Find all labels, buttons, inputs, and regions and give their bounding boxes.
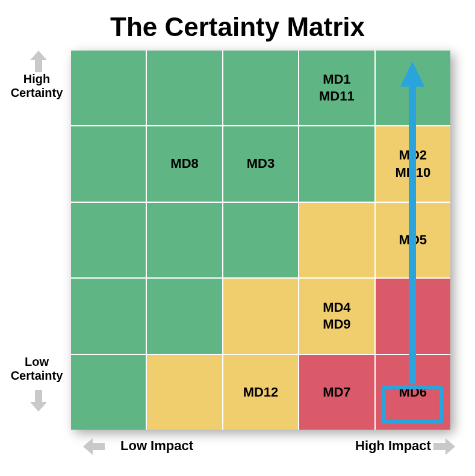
cell-label: MD4 — [323, 299, 350, 317]
matrix-cell — [147, 279, 222, 353]
matrix-cell: MD2MD10 — [376, 126, 450, 201]
certainty-matrix-diagram: The Certainty Matrix High Certainty Low … — [0, 0, 475, 476]
matrix-cell — [223, 51, 298, 125]
arrow-down-icon — [30, 390, 47, 412]
cell-label: MD1 — [323, 71, 350, 88]
matrix-cell — [299, 203, 374, 277]
matrix-cell: MD8 — [147, 126, 222, 201]
matrix-cell — [223, 203, 298, 277]
matrix-cell — [147, 355, 222, 430]
cell-label: MD9 — [323, 316, 350, 333]
x-axis-low-label: Low Impact — [120, 438, 193, 454]
svg-marker-0 — [30, 51, 47, 72]
matrix-cell — [147, 51, 222, 125]
page-title: The Certainty Matrix — [0, 0, 475, 48]
y-axis-high-label: High Certainty — [10, 72, 64, 100]
matrix-cell — [299, 126, 374, 201]
matrix-cell: MD12 — [223, 355, 298, 430]
cell-label: MD10 — [395, 164, 430, 182]
arrow-right-icon — [433, 438, 455, 455]
matrix-wrapper: MD1MD11MD8MD3MD2MD10MD5MD4MD9MD12MD7MD6 — [71, 51, 450, 430]
matrix-cell: MD4MD9 — [299, 279, 374, 353]
svg-marker-2 — [83, 438, 105, 455]
cell-label: MD7 — [323, 384, 350, 401]
matrix-cell — [223, 279, 298, 353]
cell-label: MD3 — [247, 155, 275, 173]
svg-marker-3 — [433, 438, 455, 455]
matrix-cell — [147, 203, 222, 277]
matrix-cell: MD6 — [376, 355, 450, 430]
matrix-cell — [71, 355, 146, 430]
arrow-up-icon — [30, 51, 47, 72]
matrix-cell — [71, 279, 146, 353]
svg-marker-1 — [30, 390, 47, 412]
matrix-cell — [376, 51, 450, 125]
y-axis-low-label: Low Certainty — [10, 355, 64, 383]
matrix-cell: MD1MD11 — [299, 51, 374, 125]
cell-label: MD6 — [399, 384, 427, 401]
matrix-cell — [71, 126, 146, 201]
cell-label: MD8 — [170, 155, 198, 173]
matrix-cell: MD3 — [223, 126, 298, 201]
cell-label: MD12 — [243, 384, 279, 401]
matrix-cell: MD7 — [299, 355, 374, 430]
matrix-cell: MD5 — [376, 203, 450, 277]
x-axis-high-label: High Impact — [355, 438, 431, 454]
cell-label: MD11 — [319, 88, 355, 105]
arrow-left-icon — [83, 438, 105, 455]
matrix-cell — [376, 279, 450, 353]
cell-label: MD2 — [399, 147, 427, 164]
matrix-cell — [71, 203, 146, 277]
matrix-cell — [71, 51, 146, 125]
cell-label: MD5 — [399, 232, 427, 249]
matrix-grid: MD1MD11MD8MD3MD2MD10MD5MD4MD9MD12MD7MD6 — [71, 51, 450, 430]
